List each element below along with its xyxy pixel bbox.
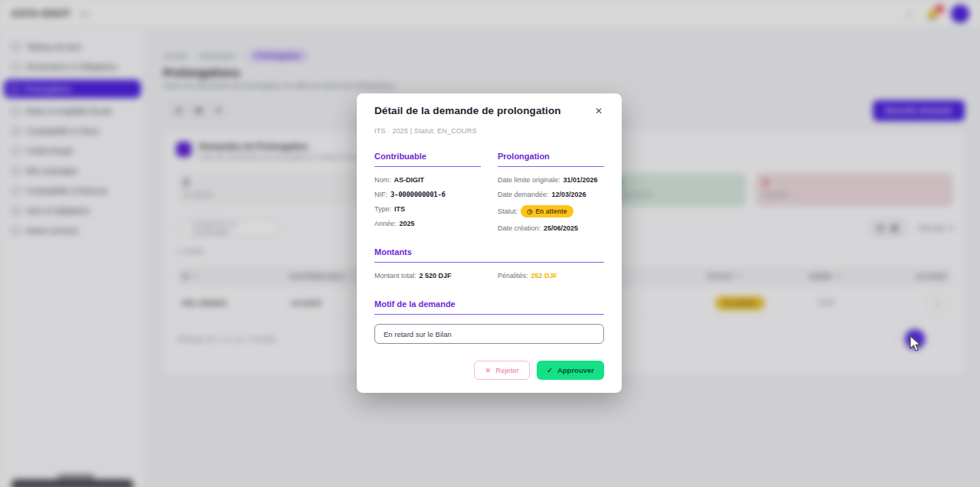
motif-section: Motif de la demande <box>374 299 604 344</box>
field-montant-total: Montant total:2 520 DJF <box>374 272 481 279</box>
field-date-demandee: Date demandée:12/03/2026 <box>498 191 604 198</box>
field-penalites: Pénalités:252 DJF <box>498 272 604 279</box>
screen: ASTA-DIGIT ⇤ ⌕ 🔔 Tableau de bord Déclara… <box>0 0 980 487</box>
check-icon: ✓ <box>547 366 553 374</box>
field-statut: Statut: ◷En attente <box>498 205 604 217</box>
montants-section: Montants Montant total:2 520 DJF Pénalit… <box>374 247 604 279</box>
approve-button[interactable]: ✓ Approuver <box>537 361 604 380</box>
motif-input[interactable] <box>374 324 604 344</box>
reject-button[interactable]: ✕ Rejeter <box>474 361 530 380</box>
prolongation-detail-modal: Détail de la demande de prolongation ✕ I… <box>357 93 622 393</box>
detail-columns: Contribuable Nom:AS-DIGIT NIF:3-00000000… <box>374 152 604 232</box>
modal-title: Détail de la demande de prolongation <box>374 105 561 116</box>
field-annee: Année:2025 <box>374 220 481 227</box>
x-icon: ✕ <box>485 366 491 374</box>
field-nom: Nom:AS-DIGIT <box>374 176 481 184</box>
field-date-creation: Date création:25/06/2025 <box>498 224 604 232</box>
clock-icon: ◷ <box>527 208 532 215</box>
section-heading-contribuable: Contribuable <box>374 152 481 167</box>
prolongation-section: Prolongation Date limite originale:31/01… <box>498 152 604 232</box>
section-heading-motif: Motif de la demande <box>374 299 604 315</box>
section-heading-montants: Montants <box>374 247 604 263</box>
field-date-limite: Date limite originale:31/01/2026 <box>498 176 604 184</box>
status-badge: ◷En attente <box>521 205 573 217</box>
mouse-cursor <box>910 335 922 352</box>
field-nif: NIF:3-0000000001-6 <box>374 191 481 198</box>
section-heading-prolongation: Prolongation <box>498 152 604 167</box>
modal-header: Détail de la demande de prolongation ✕ <box>374 105 604 117</box>
contribuable-section: Contribuable Nom:AS-DIGIT NIF:3-00000000… <box>374 152 481 232</box>
close-icon[interactable]: ✕ <box>593 105 604 117</box>
field-type: Type:ITS <box>374 205 481 213</box>
modal-subtitle: ITS · 2025 | Statut: EN_COURS <box>374 127 604 135</box>
modal-actions: ✕ Rejeter ✓ Approuver <box>374 361 604 380</box>
